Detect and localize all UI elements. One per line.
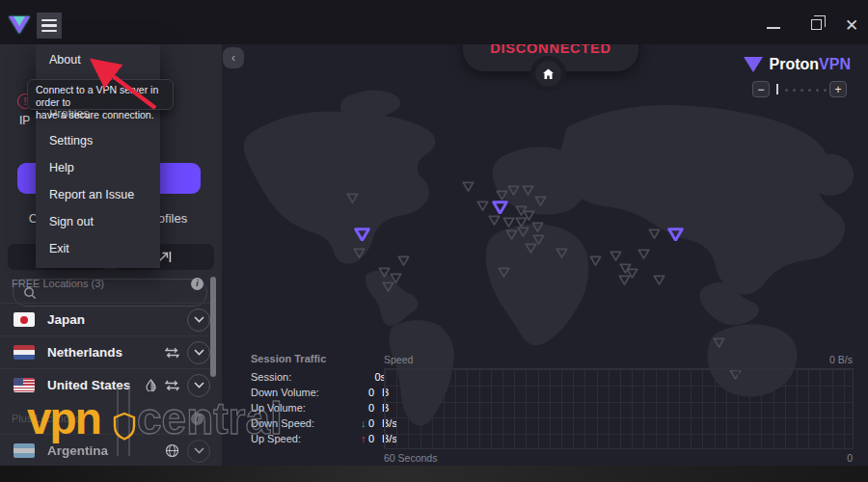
server-pin-icon[interactable]: [532, 234, 545, 245]
down-volume-value: 0: [343, 387, 374, 398]
server-pin-icon[interactable]: [502, 217, 515, 228]
drop-icon: [146, 379, 156, 391]
location-row-japan[interactable]: Japan: [0, 303, 210, 335]
server-pin-icon[interactable]: [476, 201, 489, 211]
expand-netherlands-button[interactable]: [187, 341, 210, 364]
menu-item-report-an-issue[interactable]: Report an Issue: [49, 188, 134, 201]
expand-japan-button[interactable]: [187, 308, 210, 332]
server-pin-icon[interactable]: [523, 210, 535, 221]
restore-button[interactable]: [811, 19, 822, 30]
free-locations-header: FREE Locations (3): [12, 278, 104, 289]
menu-item-help[interactable]: Help: [49, 161, 74, 174]
menu-item-settings[interactable]: Settings: [49, 134, 93, 147]
down-speed-label: Down Speed:: [251, 417, 314, 429]
info-icon[interactable]: i: [191, 278, 203, 290]
expand-argentina-button[interactable]: [187, 440, 210, 463]
app-menu-dropdown: About Profiles Settings Help Report an I…: [36, 44, 160, 268]
server-pin-icon[interactable]: [667, 228, 684, 241]
server-pin-icon[interactable]: [498, 267, 510, 278]
united-states-flag-icon: [14, 378, 35, 392]
server-pin-icon[interactable]: [507, 185, 520, 196]
server-pin-icon[interactable]: [556, 248, 568, 258]
netherlands-flag-icon: [14, 345, 35, 360]
speed-graph-max-label: 0 B/s: [829, 354, 853, 365]
speed-graph-title: Speed: [384, 354, 413, 365]
server-pin-icon[interactable]: [522, 185, 534, 196]
location-name: United States: [47, 378, 146, 392]
desktop-edge: [0, 466, 868, 482]
app-window: ✕ ! IP Countries Profiles: [0, 0, 868, 482]
menu-item-about[interactable]: About: [49, 53, 81, 67]
location-name: Argentina: [47, 443, 165, 458]
map-zoom-control: − +: [752, 81, 847, 98]
globe-icon: [165, 443, 179, 458]
up-speed-value: 0: [343, 433, 374, 444]
server-pin-icon[interactable]: [637, 249, 650, 259]
map-area: ‹ DISCONNECTED ProtonVPN − + Session Tra…: [222, 44, 868, 466]
server-pin-icon[interactable]: [354, 228, 370, 241]
protonvpn-wordmark: ProtonVPN: [744, 56, 851, 73]
down-speed-value: 0: [343, 417, 374, 429]
chevron-down-icon: [194, 447, 204, 454]
location-name: Netherlands: [47, 345, 165, 360]
zoom-out-button[interactable]: −: [752, 81, 770, 97]
zoom-level-marker[interactable]: [776, 84, 778, 94]
japan-flag-icon: [14, 312, 35, 327]
chevron-down-icon: [194, 382, 204, 388]
server-pin-icon[interactable]: [346, 193, 359, 203]
location-row-netherlands[interactable]: Netherlands: [0, 335, 210, 368]
server-pin-icon[interactable]: [713, 337, 725, 348]
server-pin-icon[interactable]: [462, 181, 475, 192]
menu-item-exit[interactable]: Exit: [49, 242, 69, 255]
hamburger-menu-button[interactable]: [37, 13, 62, 39]
expand-united-states-button[interactable]: [187, 374, 210, 397]
home-icon: [542, 68, 555, 80]
server-pin-icon[interactable]: [492, 201, 508, 214]
server-pin-icon[interactable]: [488, 215, 501, 226]
server-pin-icon[interactable]: [517, 227, 529, 237]
server-pin-icon[interactable]: [648, 228, 661, 239]
tooltip-line2: have a secure connection.: [36, 109, 165, 121]
up-volume-label: Up Volume:: [251, 402, 306, 414]
ip-label: IP: [19, 114, 30, 127]
server-pin-icon[interactable]: [397, 255, 410, 266]
close-button[interactable]: ✕: [845, 17, 858, 34]
connect-tooltip: Connect to a VPN server in order to have…: [27, 79, 174, 110]
server-pin-icon[interactable]: [610, 251, 622, 261]
brand-proton-text: Proton: [770, 56, 820, 72]
server-pin-icon[interactable]: [534, 196, 547, 206]
speed-graph: [384, 368, 854, 449]
sidebar-scrollbar[interactable]: [210, 277, 216, 377]
sidebar-collapse-button[interactable]: ‹: [223, 47, 244, 68]
speed-graph-min-label: 0: [847, 452, 853, 464]
session-value: 0s: [355, 371, 386, 383]
location-name: Japan: [47, 312, 187, 327]
server-pin-icon[interactable]: [653, 275, 665, 285]
server-pin-icon[interactable]: [589, 255, 602, 266]
home-location-button[interactable]: [535, 61, 561, 87]
plus-locations-header: Plus Locations: [12, 413, 81, 424]
tooltip-line1: Connect to a VPN server in order to: [36, 84, 165, 109]
location-row-united-states[interactable]: United States: [0, 368, 210, 401]
proton-logo-icon: [9, 16, 30, 34]
server-pin-icon[interactable]: [626, 268, 638, 279]
up-speed-label: Up Speed:: [251, 433, 301, 444]
session-traffic-title: Session Traffic: [251, 353, 326, 364]
chevron-down-icon: [194, 349, 204, 356]
location-row-argentina[interactable]: Argentina: [0, 434, 210, 467]
protonvpn-logo-icon: [744, 57, 763, 72]
server-pin-icon[interactable]: [505, 229, 518, 240]
server-pin-icon[interactable]: [531, 222, 544, 232]
minimize-button[interactable]: [767, 27, 780, 29]
menu-item-sign-out[interactable]: Sign out: [49, 215, 94, 228]
up-volume-value: 0: [343, 402, 374, 414]
swap-arrows-icon: [165, 380, 179, 391]
swap-arrows-icon: [165, 347, 179, 359]
zoom-in-button[interactable]: +: [829, 81, 847, 97]
server-pin-icon[interactable]: [353, 248, 366, 258]
session-label: Session:: [251, 371, 291, 383]
down-volume-label: Down Volume:: [251, 387, 319, 398]
info-icon[interactable]: i: [191, 413, 203, 425]
server-pin-icon[interactable]: [382, 281, 394, 292]
speed-graph-x-label: 60 Seconds: [384, 452, 437, 464]
